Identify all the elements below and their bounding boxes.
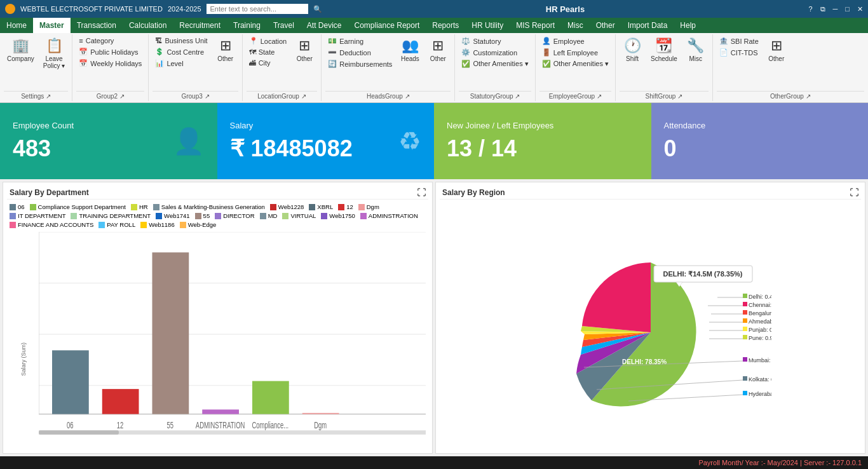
location-label: Location — [261, 37, 287, 45]
menu-travel[interactable]: Travel — [267, 18, 301, 33]
leave-policy-label: LeavePolicy ▾ — [43, 55, 65, 69]
menu-transaction[interactable]: Transaction — [71, 18, 123, 33]
legend-label-55: 55 — [203, 212, 210, 219]
legend-color-55 — [195, 213, 201, 219]
restore-icon[interactable]: ⧉ — [820, 5, 825, 13]
legend-item-web1186: Web1186 — [140, 221, 175, 228]
menu-recruitment[interactable]: Recruitment — [173, 18, 227, 33]
menu-calculation[interactable]: Calculation — [123, 18, 173, 33]
ribbon-group-location: 📍 Location 🗺 State 🏙 City ⊞ Other Locati… — [243, 34, 322, 101]
ribbon-btn-state[interactable]: 🗺 State — [247, 47, 290, 57]
pie-chart-title: Salary By Region — [442, 188, 505, 197]
legend-label-payroll: PAY ROLL — [107, 221, 135, 228]
ribbon-group-other: 🏦 SBI Rate 📄 CIT-TDS ⊞ Other OtherGroup … — [713, 34, 868, 101]
search-input[interactable] — [207, 4, 308, 14]
legend-item-it-dept: IT DEPARTMENT — [10, 212, 65, 219]
other-other-label: Other — [768, 55, 784, 62]
ribbon-btn-business-unit[interactable]: 🏗 Business Unit — [153, 36, 210, 46]
pie-chart-expand-icon[interactable]: ⛶ — [850, 187, 858, 198]
ribbon-btn-other-location[interactable]: ⊞ Other — [292, 36, 317, 64]
ribbon-btn-company[interactable]: 🏢 Company — [4, 36, 37, 64]
reimbursements-label: Reimbursements — [339, 60, 392, 68]
ribbon-btn-earning[interactable]: 💵 Earning — [325, 36, 395, 46]
ribbon-btn-statutory[interactable]: ⚖️ Statutory — [459, 36, 531, 46]
statutory-label: Statutory — [473, 37, 501, 45]
menu-att-device[interactable]: Att Device — [301, 18, 348, 33]
heads-label: Heads — [401, 55, 419, 62]
menu-training[interactable]: Training — [227, 18, 267, 33]
ribbon-btn-customization[interactable]: ⚙️ Customization — [459, 47, 531, 58]
menu-mis-report[interactable]: MIS Report — [510, 18, 561, 33]
legend-label-12: 12 — [346, 203, 353, 210]
ribbon-btn-schedule[interactable]: 📆 Schedule — [648, 36, 681, 64]
menu-home[interactable]: Home — [0, 18, 33, 33]
help-icon[interactable]: ? — [808, 5, 812, 13]
ribbon-btn-leave-policy[interactable]: 📋 LeavePolicy ▾ — [40, 36, 68, 71]
ribbon-group3: 🏗 Business Unit 💲 Cost Centre 📊 Level ⊞ … — [149, 34, 242, 101]
bar-chart-expand-icon[interactable]: ⛶ — [417, 187, 426, 198]
maximize-icon[interactable]: □ — [845, 5, 850, 13]
search-icon[interactable]: 🔍 — [313, 5, 322, 13]
ribbon-btn-public-holidays[interactable]: 📅 Public Holidays — [76, 46, 144, 57]
bar-chart-svg: 8M 6M 4M 2M 0M 06 12 55 ADMINSTRATION — [39, 232, 426, 437]
other-heads-icon: ⊞ — [432, 37, 444, 54]
ribbon-btn-sbi-rate[interactable]: 🏦 SBI Rate — [717, 36, 761, 46]
ribbon-btn-cost-centre[interactable]: 💲 Cost Centre — [153, 46, 210, 57]
svg-text:06: 06 — [67, 420, 74, 431]
close-icon[interactable]: ✕ — [857, 5, 863, 13]
city-label: City — [259, 59, 271, 67]
svg-rect-15 — [153, 252, 189, 414]
menu-compliance-report[interactable]: Compliance Report — [348, 18, 426, 33]
ribbon-btn-misc-shift[interactable]: 🔧 Misc — [683, 36, 709, 64]
city-icon: 🏙 — [249, 59, 256, 67]
misc-shift-label: Misc — [689, 55, 702, 62]
legend-item-director: DIRECTOR — [215, 212, 254, 219]
menu-help[interactable]: Help — [674, 18, 702, 33]
svg-rect-17 — [202, 409, 239, 414]
legend-item-training: TRAINING DEPARTMENT — [71, 212, 151, 219]
ribbon-btn-other-other[interactable]: ⊞ Other — [764, 36, 789, 64]
status-text: Payroll Month/ Year :- May/2024 | Server… — [698, 459, 862, 466]
menu-reports[interactable]: Reports — [426, 18, 465, 33]
menu-master[interactable]: Master — [33, 18, 71, 33]
card-employee-count-icon: 👤 — [173, 126, 205, 156]
legend-item-webedge: Web-Edge — [180, 221, 217, 228]
pie-legend-pune: Pune: 0.97% — [749, 335, 771, 341]
ribbon-other-items: 🏦 SBI Rate 📄 CIT-TDS ⊞ Other — [717, 36, 864, 91]
ribbon-employee-items: 👤 Employee 🚪 Left Employee ✅ Other Ameni… — [539, 36, 611, 91]
other-amenities-emp-icon: ✅ — [542, 60, 551, 68]
ribbon-btn-deduction[interactable]: ➖ Deduction — [325, 47, 395, 58]
ribbon-other-col: 🏦 SBI Rate 📄 CIT-TDS — [717, 36, 761, 58]
ribbon-btn-other-heads[interactable]: ⊞ Other — [425, 36, 451, 64]
business-unit-icon: 🏗 — [155, 37, 162, 44]
ribbon-btn-cit-tds[interactable]: 📄 CIT-TDS — [717, 47, 761, 58]
ribbon-btn-city[interactable]: 🏙 City — [247, 58, 290, 68]
pie-tooltip-text: DELHI: ₹14.5M (78.35%) — [663, 270, 742, 278]
ribbon-btn-employee[interactable]: 👤 Employee — [539, 36, 611, 46]
ribbon-group-settings: 🏢 Company 📋 LeavePolicy ▾ Settings ↗ — [0, 34, 72, 101]
other-group3-label: Other — [217, 55, 233, 62]
minimize-icon[interactable]: ─ — [833, 5, 838, 13]
ribbon-btn-left-employee[interactable]: 🚪 Left Employee — [539, 47, 611, 58]
ribbon-btn-shift[interactable]: 🕐 Shift — [620, 36, 645, 64]
ribbon-btn-category[interactable]: ≡ Category — [76, 36, 144, 46]
menu-hr-utility[interactable]: HR Utility — [465, 18, 510, 33]
menu-import-data[interactable]: Import Data — [621, 18, 674, 33]
legend-color-web1186 — [140, 222, 147, 228]
legend-item-xbrl: XBRL — [309, 203, 333, 210]
ribbon-btn-heads[interactable]: 👥 Heads — [397, 36, 423, 64]
ribbon-btn-location[interactable]: 📍 Location — [247, 36, 290, 46]
ribbon-btn-weekly-holidays[interactable]: 📅 Weekly Holidays — [76, 58, 144, 69]
ribbon-btn-other-amenities-stat[interactable]: ✅ Other Amenities ▾ — [459, 58, 531, 69]
ribbon-btn-level[interactable]: 📊 Level — [153, 58, 210, 69]
ribbon-btn-other-group3[interactable]: ⊞ Other — [213, 36, 238, 64]
legend-item-finance: FINANCE AND ACCOUNTS — [10, 221, 93, 228]
ribbon-group3-items: 🏗 Business Unit 💲 Cost Centre 📊 Level ⊞ … — [153, 36, 238, 91]
ribbon-group-shift: 🕐 Shift 📆 Schedule 🔧 Misc ShiftGroup ↗ — [616, 34, 713, 101]
menu-misc[interactable]: Misc — [561, 18, 590, 33]
pie-legend-color-chennai — [743, 302, 747, 306]
legend-color-xbrl — [309, 204, 315, 210]
ribbon-btn-other-amenities-emp[interactable]: ✅ Other Amenities ▾ — [539, 58, 611, 69]
ribbon-btn-reimbursements[interactable]: 🔄 Reimbursements — [325, 58, 395, 69]
menu-other[interactable]: Other — [590, 18, 621, 33]
